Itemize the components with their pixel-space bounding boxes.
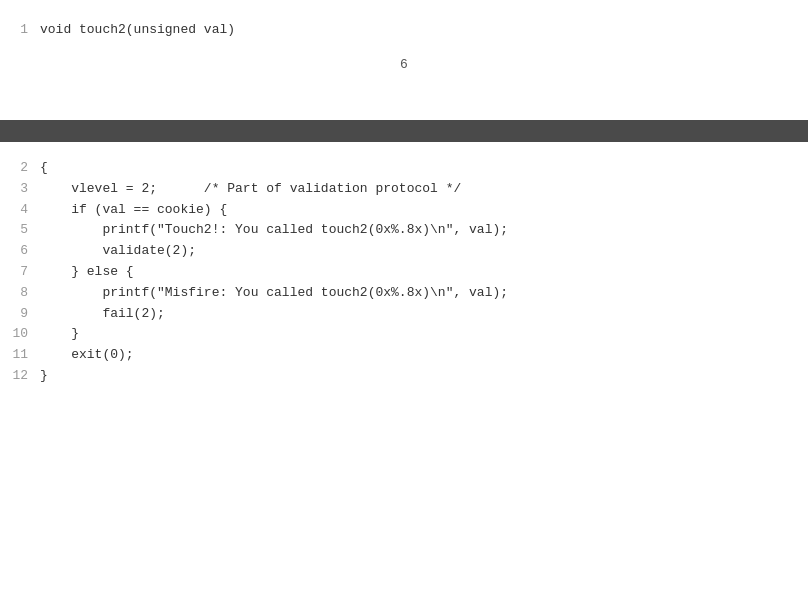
code-line: 4 if (val == cookie) { (0, 200, 808, 221)
line-content: void touch2(unsigned val) (40, 20, 235, 41)
line-content: } (40, 366, 48, 387)
page-number: 6 (0, 41, 808, 80)
line-content: } else { (40, 262, 134, 283)
line-content: vlevel = 2; /* Part of validation protoc… (40, 179, 461, 200)
line-content: validate(2); (40, 241, 196, 262)
top-code-section: 1void touch2(unsigned val) 6 (0, 0, 808, 120)
line-content: printf("Touch2!: You called touch2(0x%.8… (40, 220, 508, 241)
code-line: 7 } else { (0, 262, 808, 283)
line-number: 12 (0, 366, 40, 387)
line-number: 3 (0, 179, 40, 200)
line-content: if (val == cookie) { (40, 200, 227, 221)
line-content: exit(0); (40, 345, 134, 366)
line-number: 2 (0, 158, 40, 179)
line-number: 8 (0, 283, 40, 304)
bottom-code-section: 2{3 vlevel = 2; /* Part of validation pr… (0, 142, 808, 387)
line-number: 6 (0, 241, 40, 262)
section-divider (0, 120, 808, 142)
line-number: 4 (0, 200, 40, 221)
line-content: } (40, 324, 79, 345)
code-line: 11 exit(0); (0, 345, 808, 366)
line-number: 11 (0, 345, 40, 366)
line-content: { (40, 158, 48, 179)
code-line: 5 printf("Touch2!: You called touch2(0x%… (0, 220, 808, 241)
code-line: 6 validate(2); (0, 241, 808, 262)
line-number: 7 (0, 262, 40, 283)
code-line: 12} (0, 366, 808, 387)
line-number: 5 (0, 220, 40, 241)
line-content: printf("Misfire: You called touch2(0x%.8… (40, 283, 508, 304)
line-number: 10 (0, 324, 40, 345)
code-line: 10 } (0, 324, 808, 345)
code-line: 3 vlevel = 2; /* Part of validation prot… (0, 179, 808, 200)
code-line: 1void touch2(unsigned val) (0, 20, 808, 41)
code-line: 2{ (0, 158, 808, 179)
code-line: 9 fail(2); (0, 304, 808, 325)
line-number: 9 (0, 304, 40, 325)
line-number: 1 (0, 20, 40, 41)
line-content: fail(2); (40, 304, 165, 325)
code-line: 8 printf("Misfire: You called touch2(0x%… (0, 283, 808, 304)
